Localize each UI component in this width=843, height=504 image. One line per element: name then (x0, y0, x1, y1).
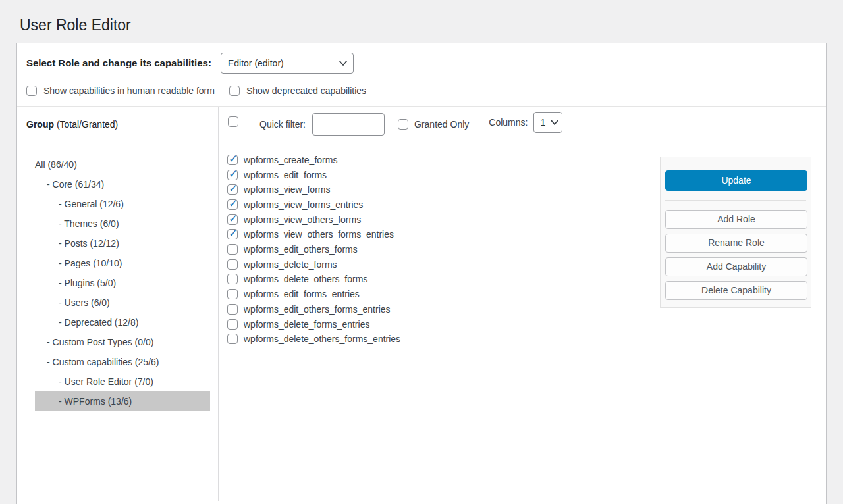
capability-checkbox[interactable] (227, 170, 238, 180)
capability-label: wpforms_edit_others_forms_entries (244, 304, 391, 315)
add-role-button[interactable]: Add Role (665, 210, 807, 229)
user-role-editor-panel: Select Role and change its capabilities:… (16, 43, 827, 504)
capability-label: wpforms_view_forms (244, 184, 330, 195)
groups-tree: All (86/40)- Core (61/34)- General (12/6… (17, 143, 218, 411)
human-readable-label: Show capabilities in human readable form (43, 86, 215, 96)
capability-row: wpforms_delete_forms_entries (227, 316, 660, 332)
capability-checkbox[interactable] (227, 334, 238, 344)
capability-row: wpforms_view_others_forms (227, 212, 660, 227)
actions-divider (665, 200, 806, 201)
capability-checkbox[interactable] (227, 319, 238, 330)
quick-filter-input[interactable] (312, 113, 385, 136)
update-button[interactable]: Update (665, 170, 807, 191)
show-deprecated-label: Show deprecated capabilities (246, 86, 366, 96)
add-capability-button[interactable]: Add Capability (665, 257, 807, 276)
group-tree-item[interactable]: - WPForms (13/6) (35, 391, 210, 411)
capability-label: wpforms_view_others_forms (244, 214, 361, 225)
role-select[interactable]: Editor (editor) (221, 53, 354, 74)
granted-only-checkbox[interactable] (398, 119, 408, 130)
capabilities-list: wpforms_create_formswpforms_edit_formswp… (219, 143, 660, 501)
quick-filter-label: Quick filter: (259, 119, 306, 130)
role-selection-section: Select Role and change its capabilities:… (17, 43, 826, 106)
capability-row: wpforms_create_forms (227, 153, 660, 168)
granted-only-label: Granted Only (414, 119, 469, 130)
capability-checkbox[interactable] (227, 289, 238, 299)
capabilities-pane: Quick filter: Granted Only Columns: 1 wp… (219, 107, 826, 501)
capability-checkbox[interactable] (227, 155, 238, 165)
group-tree-item[interactable]: - Plugins (5/0) (35, 273, 210, 293)
groups-header: Group (Total/Granted) (17, 107, 218, 143)
secondary-actions: Add RoleRename RoleAdd CapabilityDelete … (665, 210, 806, 300)
capability-row: wpforms_delete_others_forms (227, 272, 660, 287)
rename-role-button[interactable]: Rename Role (665, 234, 807, 253)
group-tree-item[interactable]: - Pages (10/10) (35, 253, 210, 273)
capability-row: wpforms_edit_others_forms (227, 242, 660, 257)
capability-row: wpforms_edit_forms (227, 167, 660, 182)
columns-select[interactable]: 1 (533, 112, 562, 133)
capability-row: wpforms_edit_forms_entries (227, 287, 660, 302)
group-tree-item[interactable]: - General (12/6) (35, 194, 210, 214)
delete-capability-button[interactable]: Delete Capability (665, 281, 807, 300)
group-tree-item[interactable]: - Themes (6/0) (35, 214, 210, 234)
group-header-suffix: (Total/Granted) (54, 119, 118, 130)
capability-row: wpforms_delete_forms (227, 257, 660, 272)
capability-checkbox[interactable] (227, 214, 238, 225)
filter-bar: Quick filter: Granted Only Columns: 1 (219, 107, 826, 143)
group-tree-item[interactable]: - Deprecated (12/8) (35, 313, 210, 332)
group-tree-item[interactable]: - Custom capabilities (25/6) (35, 352, 210, 372)
select-role-label: Select Role and change its capabilities: (26, 57, 211, 68)
actions-panel: Update Add RoleRename RoleAdd Capability… (660, 157, 811, 308)
groups-pane: Group (Total/Granted) All (86/40)- Core … (17, 107, 219, 501)
capability-label: wpforms_delete_forms (244, 259, 337, 270)
capability-checkbox[interactable] (227, 259, 238, 270)
capability-row: wpforms_view_forms_entries (227, 197, 660, 213)
group-tree-item[interactable]: - Core (61/34) (35, 174, 210, 194)
capability-label: wpforms_delete_forms_entries (244, 319, 369, 330)
capability-label: wpforms_edit_forms (244, 170, 327, 180)
capability-checkbox[interactable] (227, 304, 238, 315)
capability-label: wpforms_create_forms (244, 155, 337, 165)
capability-checkbox[interactable] (227, 229, 238, 239)
group-tree-item[interactable]: - Users (6/0) (35, 293, 210, 313)
group-header-title: Group (26, 119, 54, 130)
show-deprecated-checkbox[interactable] (229, 86, 240, 96)
capability-label: wpforms_edit_others_forms (244, 244, 358, 255)
capability-row: wpforms_delete_others_forms_entries (227, 332, 660, 347)
capability-checkbox[interactable] (227, 184, 238, 195)
group-tree-item[interactable]: - User Role Editor (7/0) (35, 372, 210, 391)
human-readable-checkbox[interactable] (26, 86, 37, 96)
capability-row: wpforms_edit_others_forms_entries (227, 301, 660, 316)
capability-label: wpforms_view_others_forms_entries (244, 229, 394, 239)
select-all-checkbox[interactable] (228, 116, 238, 127)
group-tree-item[interactable]: - Custom Post Types (0/0) (35, 332, 210, 352)
columns-label: Columns: (489, 117, 528, 128)
capability-label: wpforms_delete_others_forms (244, 274, 367, 284)
capability-row: wpforms_view_forms (227, 182, 660, 197)
capability-row: wpforms_view_others_forms_entries (227, 227, 660, 242)
capability-checkbox[interactable] (227, 199, 238, 210)
capability-checkbox[interactable] (227, 274, 238, 284)
capability-label: wpforms_edit_forms_entries (244, 289, 360, 299)
capability-label: wpforms_view_forms_entries (244, 199, 363, 210)
capability-label: wpforms_delete_others_forms_entries (244, 334, 400, 344)
group-tree-item[interactable]: All (86/40) (35, 155, 210, 174)
role-select-control[interactable]: Editor (editor) (221, 53, 353, 73)
page-title: User Role Editor (0, 0, 843, 43)
capability-checkbox[interactable] (227, 244, 238, 255)
columns-select-control[interactable]: 1 (534, 113, 562, 132)
group-tree-item[interactable]: - Posts (12/12) (35, 234, 210, 253)
